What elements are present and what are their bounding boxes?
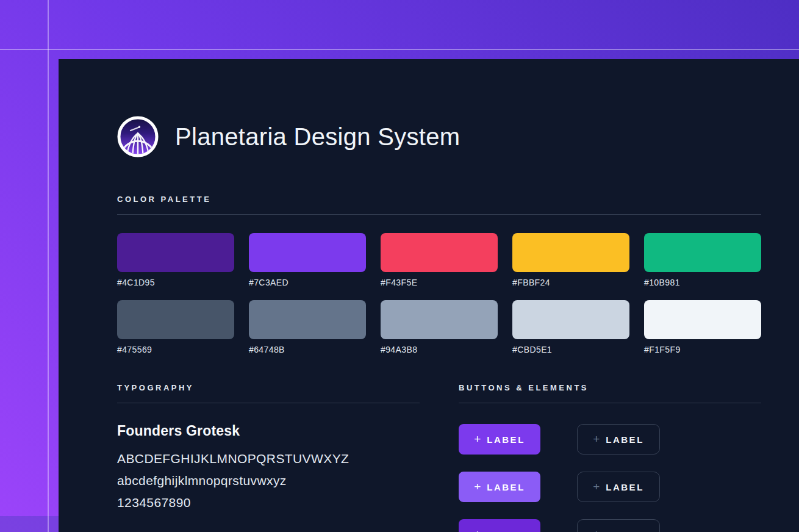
button-label: LABEL (487, 434, 525, 445)
label-button-solid-hover[interactable]: + LABEL (459, 472, 540, 502)
swatch-grid: #4C1D95 #7C3AED #F43F5E #FBBF24 #10B981 (117, 233, 761, 354)
button-label: LABEL (487, 482, 525, 492)
color-chip (512, 233, 629, 272)
color-chip (381, 300, 498, 339)
plus-icon: + (474, 528, 481, 532)
color-chip (249, 300, 366, 339)
color-chip (117, 233, 234, 272)
plus-icon: + (474, 433, 481, 445)
plus-icon: + (593, 481, 600, 492)
button-label: LABEL (606, 482, 644, 492)
page-title: Planetaria Design System (175, 123, 460, 151)
color-hex-label: #F43F5E (381, 278, 498, 287)
button-row: + LABEL + LABEL (459, 472, 761, 502)
button-label: LABEL (606, 434, 644, 445)
specimen-digits: 1234567890 (117, 492, 420, 514)
color-chip (249, 233, 366, 272)
color-chip (644, 233, 761, 272)
design-system-artboard: Planetaria Design System COLOR PALETTE #… (59, 59, 799, 532)
color-hex-label: #FBBF24 (512, 278, 629, 287)
color-swatch: #F43F5E (381, 233, 498, 287)
specimen-lowercase: abcdefghijklmnopqrstuvwxyz (117, 470, 420, 492)
label-button-outline[interactable]: + LABEL (577, 519, 660, 532)
button-row: + LABEL + LABEL (459, 424, 761, 455)
color-hex-label: #94A3B8 (381, 345, 498, 354)
plus-icon: + (474, 481, 481, 492)
color-chip (117, 300, 234, 339)
color-chip (644, 300, 761, 339)
color-hex-label: #7C3AED (249, 278, 366, 287)
specimen-uppercase: ABCDEFGHIJKLMNOPQRSTUVWXYZ (117, 448, 420, 470)
color-swatch: #10B981 (644, 233, 761, 287)
section-divider (459, 403, 761, 403)
color-hex-label: #64748B (249, 345, 366, 354)
plus-icon: + (593, 528, 600, 532)
color-swatch: #94A3B8 (381, 300, 498, 354)
label-button-solid-dark[interactable]: + LABEL (459, 519, 540, 532)
section-divider (117, 214, 761, 215)
color-hex-label: #475569 (117, 345, 234, 354)
buttons-section: BUTTONS & ELEMENTS + LABEL + LABEL (459, 383, 761, 532)
vertical-ruler-guide (48, 0, 49, 532)
button-label: LABEL (487, 530, 525, 532)
label-button-solid-primary[interactable]: + LABEL (459, 424, 540, 455)
plus-icon: + (593, 433, 600, 445)
color-hex-label: #10B981 (644, 278, 761, 287)
color-swatch: #7C3AED (249, 233, 366, 287)
color-palette-heading: COLOR PALETTE (117, 195, 761, 204)
label-button-outline[interactable]: + LABEL (577, 472, 660, 502)
color-chip (512, 300, 629, 339)
color-swatch: #475569 (117, 300, 234, 354)
color-hex-label: #CBD5E1 (512, 345, 629, 354)
color-palette-section: COLOR PALETTE #4C1D95 #7C3AED #F43F5E # (117, 195, 761, 354)
color-chip (381, 233, 498, 272)
color-hex-label: #F1F5F9 (644, 345, 761, 354)
color-swatch: #FBBF24 (512, 233, 629, 287)
backdrop-artboard-edge (0, 516, 59, 532)
header: Planetaria Design System (117, 116, 761, 157)
color-swatch: #4C1D95 (117, 233, 234, 287)
horizontal-ruler-guide (0, 49, 799, 50)
typography-heading: TYPOGRAPHY (117, 383, 420, 392)
buttons-heading: BUTTONS & ELEMENTS (459, 383, 761, 392)
color-swatch: #CBD5E1 (512, 300, 629, 354)
color-swatch: #64748B (249, 300, 366, 354)
button-label: LABEL (606, 530, 644, 532)
button-row: + LABEL + LABEL (459, 519, 761, 532)
label-button-outline[interactable]: + LABEL (577, 424, 660, 455)
font-name: Founders Grotesk (117, 423, 420, 439)
color-swatch: #F1F5F9 (644, 300, 761, 354)
button-stack: + LABEL + LABEL + LABEL (459, 424, 761, 532)
color-hex-label: #4C1D95 (117, 278, 234, 287)
planetaria-logo (117, 116, 159, 157)
section-divider (117, 403, 420, 403)
typography-section: TYPOGRAPHY Founders Grotesk ABCDEFGHIJKL… (117, 383, 420, 532)
